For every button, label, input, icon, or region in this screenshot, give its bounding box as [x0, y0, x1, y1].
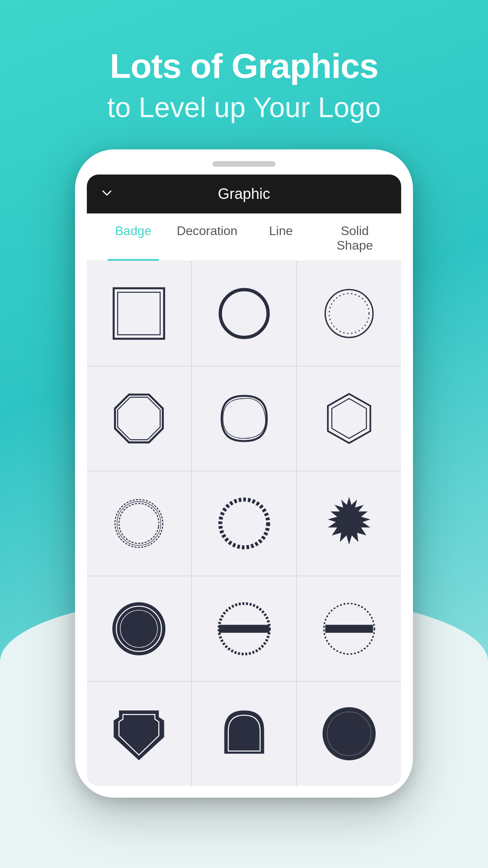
grid-item-arch[interactable]: [192, 682, 296, 786]
svg-point-2: [220, 289, 268, 337]
svg-point-4: [329, 293, 369, 333]
tab-badge[interactable]: Badge: [96, 213, 170, 261]
phone-mockup: Graphic Badge Decoration Line Solid Shap…: [75, 149, 413, 798]
app-screen: Graphic Badge Decoration Line Solid Shap…: [87, 175, 401, 786]
grid-item-circle-dotted[interactable]: [297, 261, 401, 365]
grid-item-octagon[interactable]: [87, 366, 191, 471]
grid-item-circle-thick[interactable]: [192, 261, 296, 365]
grid-item-blob[interactable]: [192, 366, 296, 471]
grid-item-square-frame[interactable]: [87, 261, 191, 365]
svg-point-12: [220, 500, 268, 548]
grid-item-circle-split[interactable]: [297, 576, 401, 680]
grid-item-dark-circle[interactable]: [297, 682, 401, 786]
svg-marker-5: [115, 395, 163, 443]
tab-solid-shape[interactable]: Solid Shape: [318, 213, 392, 261]
grid-item-circle-braided[interactable]: [87, 471, 191, 576]
header-section: Lots of Graphics to Level up Your Logo: [107, 47, 381, 126]
tab-decoration[interactable]: Decoration: [170, 213, 244, 261]
phone-speaker: [213, 161, 275, 167]
svg-point-9: [115, 500, 163, 548]
svg-marker-8: [332, 399, 366, 438]
phone-body: Graphic Badge Decoration Line Solid Shap…: [75, 149, 413, 798]
grid-item-shield[interactable]: [87, 682, 191, 786]
svg-rect-19: [325, 625, 373, 633]
svg-rect-0: [114, 288, 164, 338]
header-subtitle: to Level up Your Logo: [107, 89, 381, 126]
svg-marker-7: [328, 394, 370, 443]
grid-item-halved-rope[interactable]: [192, 576, 296, 680]
svg-marker-6: [118, 397, 160, 440]
grid-item-hexagon[interactable]: [297, 366, 401, 471]
grid-item-circle-rope[interactable]: [192, 471, 296, 576]
grid-item-starburst[interactable]: [297, 471, 401, 576]
top-bar: Graphic: [87, 175, 401, 213]
svg-rect-1: [118, 292, 160, 335]
svg-rect-17: [219, 625, 269, 633]
tab-line[interactable]: Line: [244, 213, 318, 261]
svg-point-21: [323, 707, 376, 760]
tab-bar: Badge Decoration Line Solid Shape: [87, 213, 401, 261]
svg-point-3: [325, 289, 373, 337]
svg-point-10: [116, 500, 162, 546]
svg-point-11: [117, 502, 161, 546]
graphics-grid: [87, 261, 401, 786]
grid-item-dark-badge[interactable]: [87, 576, 191, 680]
screen-title: Graphic: [218, 186, 270, 202]
back-button[interactable]: [101, 186, 113, 202]
header-title: Lots of Graphics: [107, 47, 381, 85]
